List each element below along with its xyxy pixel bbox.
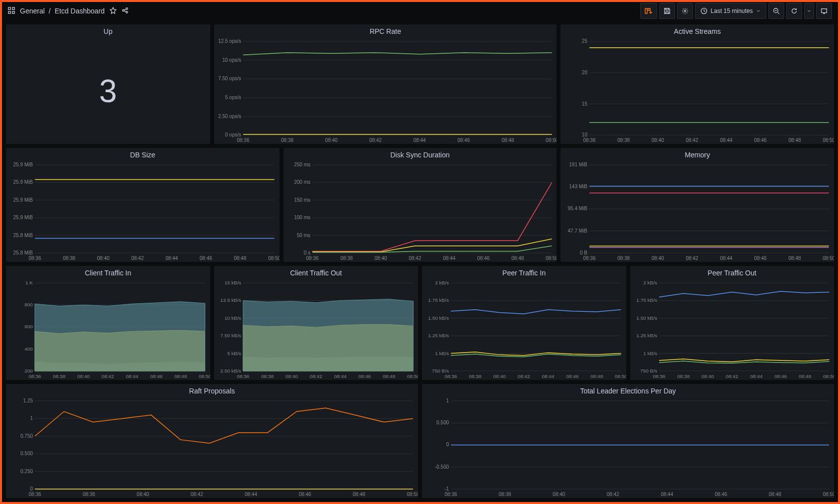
panel-disk-sync[interactable]: Disk Sync Duration 0 s50 ms100 ms150 ms2… [283, 148, 557, 262]
svg-text:0.500: 0.500 [20, 451, 33, 456]
svg-text:08:38: 08:38 [617, 137, 630, 143]
svg-text:08:48: 08:48 [353, 492, 365, 497]
panel-title: Active Streams [560, 24, 834, 38]
svg-text:08:42: 08:42 [191, 492, 203, 497]
svg-text:1 kB/s: 1 kB/s [435, 351, 449, 356]
chevron-down-icon [756, 7, 761, 14]
chart[interactable]: 25.8 MiB25.8 MiB25.9 MiB25.9 MiB25.9 MiB… [6, 162, 280, 262]
zoom-out-button[interactable] [768, 3, 784, 19]
panel-client-traffic-in[interactable]: Client Traffic In 2004006008001 K08:3608… [6, 266, 210, 380]
chart[interactable]: 0 s50 ms100 ms150 ms200 ms250 ms08:3608:… [283, 162, 557, 262]
svg-text:08:50: 08:50 [199, 374, 210, 379]
svg-text:08:42: 08:42 [518, 374, 530, 379]
svg-text:20: 20 [582, 69, 588, 75]
time-range-button[interactable]: Last 15 minutes [695, 3, 766, 19]
dashboard-grid-icon[interactable] [8, 7, 15, 15]
chart[interactable]: 750 B/s1 kB/s1.25 kB/s1.50 kB/s1.75 kB/s… [630, 280, 835, 380]
svg-text:15: 15 [582, 101, 588, 106]
settings-button[interactable] [677, 3, 693, 19]
breadcrumb-folder[interactable]: General [20, 7, 45, 15]
svg-text:08:38: 08:38 [677, 374, 690, 379]
chart[interactable]: -1-0.50000.500108:3608:3808:4008:4208:44… [422, 398, 834, 498]
svg-text:0: 0 [446, 442, 449, 447]
chart[interactable]: 00.2500.5000.75011.2508:3608:3808:4008:4… [6, 398, 418, 498]
chart[interactable]: 2.50 kB/s5 kB/s7.50 kB/s10 kB/s12.5 kB/s… [214, 280, 419, 380]
panel-leader-elections[interactable]: Total Leader Elections Per Day -1-0.5000… [422, 384, 834, 498]
panel-title: Peer Traffic Out [630, 266, 835, 280]
svg-text:08:50: 08:50 [823, 137, 834, 143]
svg-text:08:50: 08:50 [615, 374, 626, 379]
svg-text:08:44: 08:44 [334, 374, 346, 379]
svg-text:10 ops/s: 10 ops/s [222, 57, 241, 62]
panel-up[interactable]: Up 3 [6, 24, 210, 144]
svg-text:08:36: 08:36 [237, 137, 249, 143]
star-icon[interactable] [110, 7, 117, 15]
svg-text:7.50 ops/s: 7.50 ops/s [218, 76, 241, 81]
panel-memory[interactable]: Memory 0 B47.7 MiB95.4 MiB143 MiB191 MiB… [560, 148, 834, 262]
chart[interactable]: 0 ops/s2.50 ops/s5 ops/s7.50 ops/s10 ops… [214, 38, 557, 144]
panel-db-size[interactable]: DB Size 25.8 MiB25.8 MiB25.9 MiB25.9 MiB… [6, 148, 280, 262]
svg-text:08:42: 08:42 [607, 492, 619, 497]
share-icon[interactable] [122, 7, 129, 15]
panel-raft-proposals[interactable]: Raft Proposals 00.2500.5000.75011.2508:3… [6, 384, 418, 498]
svg-text:08:42: 08:42 [131, 255, 143, 261]
svg-text:0 B: 0 B [580, 250, 587, 255]
svg-text:1.75 kB/s: 1.75 kB/s [428, 297, 449, 303]
panel-active-streams[interactable]: Active Streams 1015202508:3608:3808:4008… [560, 24, 834, 144]
panel-title: Total Leader Elections Per Day [422, 384, 834, 398]
svg-text:08:36: 08:36 [237, 374, 249, 379]
svg-text:25.9 MiB: 25.9 MiB [13, 162, 33, 167]
svg-text:1: 1 [446, 398, 449, 403]
svg-text:08:46: 08:46 [754, 255, 767, 261]
svg-text:08:40: 08:40 [553, 492, 565, 497]
panel-title: RPC Rate [214, 24, 557, 38]
panel-peer-traffic-out[interactable]: Peer Traffic Out 750 B/s1 kB/s1.25 kB/s1… [630, 266, 835, 380]
save-dashboard-button[interactable] [659, 3, 675, 19]
chart[interactable]: 2004006008001 K08:3608:3808:4008:4208:44… [6, 280, 210, 380]
svg-text:08:40: 08:40 [652, 137, 664, 143]
refresh-button[interactable] [786, 3, 802, 19]
svg-text:08:38: 08:38 [53, 374, 65, 379]
svg-text:08:36: 08:36 [28, 255, 41, 261]
panel-title: Up [6, 24, 210, 38]
add-panel-button[interactable] [640, 3, 657, 19]
svg-rect-1 [12, 7, 14, 9]
chart[interactable]: 0 B47.7 MiB95.4 MiB143 MiB191 MiB08:3608… [560, 162, 834, 262]
chart[interactable]: 1015202508:3608:3808:4008:4208:4408:4608… [560, 38, 834, 144]
cycle-view-button[interactable] [816, 3, 832, 19]
svg-text:08:44: 08:44 [245, 492, 257, 497]
panel-client-traffic-out[interactable]: Client Traffic Out 2.50 kB/s5 kB/s7.50 k… [214, 266, 419, 380]
svg-text:08:36: 08:36 [444, 374, 457, 379]
svg-text:143 MiB: 143 MiB [569, 184, 588, 189]
panel-peer-traffic-in[interactable]: Peer Traffic In 750 B/s1 kB/s1.25 kB/s1.… [422, 266, 626, 380]
breadcrumb-title[interactable]: Etcd Dashboard [55, 7, 105, 15]
svg-rect-7 [645, 8, 647, 13]
svg-rect-3 [12, 11, 14, 13]
svg-text:5 ops/s: 5 ops/s [225, 95, 241, 100]
svg-text:08:48: 08:48 [789, 137, 801, 143]
svg-text:08:38: 08:38 [83, 492, 95, 497]
svg-text:08:36: 08:36 [29, 492, 41, 497]
svg-text:200: 200 [24, 368, 33, 374]
refresh-interval-button[interactable] [804, 3, 814, 19]
svg-rect-8 [648, 8, 650, 10]
svg-text:2 kB/s: 2 kB/s [643, 280, 657, 285]
panel-rpc-rate[interactable]: RPC Rate 0 ops/s2.50 ops/s5 ops/s7.50 op… [214, 24, 557, 144]
panel-title: Disk Sync Duration [283, 148, 557, 162]
svg-text:08:38: 08:38 [499, 492, 511, 497]
svg-text:08:42: 08:42 [409, 255, 421, 261]
svg-text:08:36: 08:36 [653, 374, 665, 379]
svg-text:-0.500: -0.500 [435, 464, 449, 470]
svg-text:08:42: 08:42 [725, 374, 738, 379]
svg-text:08:46: 08:46 [774, 374, 787, 379]
svg-text:50 ms: 50 ms [296, 233, 310, 238]
svg-text:25.8 MiB: 25.8 MiB [13, 250, 33, 255]
svg-text:2 kB/s: 2 kB/s [435, 280, 449, 285]
svg-text:08:42: 08:42 [686, 255, 699, 261]
svg-text:08:40: 08:40 [137, 492, 149, 497]
svg-text:1.25: 1.25 [23, 398, 33, 403]
chart[interactable]: 750 B/s1 kB/s1.25 kB/s1.50 kB/s1.75 kB/s… [422, 280, 626, 380]
svg-text:08:38: 08:38 [63, 255, 75, 261]
svg-text:0 ops/s: 0 ops/s [225, 132, 241, 137]
svg-text:25.9 MiB: 25.9 MiB [13, 179, 33, 185]
